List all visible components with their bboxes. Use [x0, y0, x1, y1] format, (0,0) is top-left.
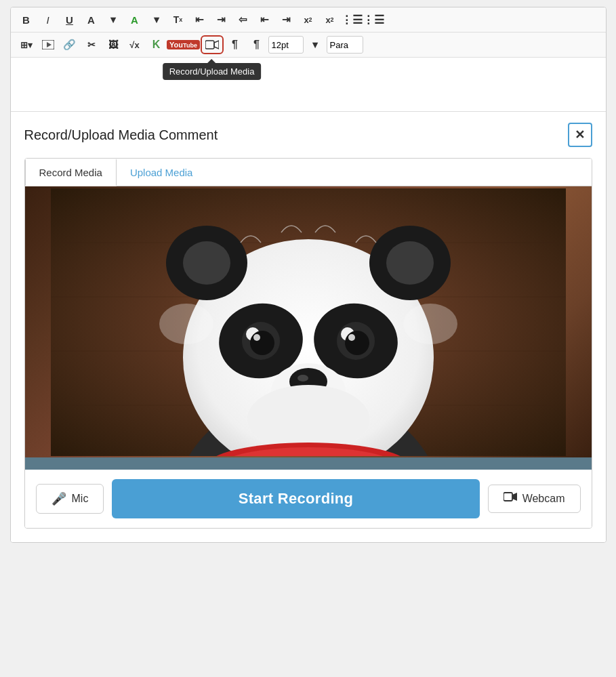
- formula-button[interactable]: √x: [125, 35, 145, 54]
- youtube-button[interactable]: YouTube: [168, 35, 199, 54]
- editor-container: B I U A ▾ A ▾ Tx ⇤ ⇥ ⇦ ⇤ ⇥ x2 x2 ⋮☰ ⋮☰ ⊞…: [10, 7, 607, 543]
- font-highlight-button[interactable]: A: [125, 10, 145, 29]
- font-color-dropdown[interactable]: ▾: [103, 10, 123, 29]
- media-embed-button[interactable]: [38, 35, 58, 54]
- unlink-button[interactable]: ✂: [81, 35, 102, 54]
- svg-point-34: [159, 304, 213, 344]
- indent-less-button[interactable]: ⇤: [255, 10, 275, 29]
- svg-point-21: [250, 331, 274, 355]
- svg-point-13: [183, 241, 230, 285]
- link-button[interactable]: 🔗: [60, 35, 80, 54]
- start-recording-button[interactable]: Start Recording: [112, 479, 479, 518]
- unordered-list-button[interactable]: ⋮☰: [342, 10, 362, 29]
- dialog-header: Record/Upload Media Comment ✕: [24, 123, 592, 147]
- toolbar-row-2: ⊞▾ 🔗 ✂ 🖼 √x K YouTube Record/Upload Medi…: [11, 33, 606, 58]
- svg-marker-37: [512, 493, 517, 501]
- font-size-dropdown[interactable]: ▾: [305, 35, 325, 54]
- svg-marker-1: [47, 42, 52, 47]
- text-direction-button[interactable]: ¶: [247, 35, 267, 54]
- subscript-button[interactable]: x2: [320, 10, 340, 29]
- svg-point-35: [403, 304, 457, 344]
- toolbar-row-1: B I U A ▾ A ▾ Tx ⇤ ⇥ ⇦ ⇤ ⇥ x2 x2 ⋮☰ ⋮☰: [11, 7, 606, 33]
- camera-preview: [25, 186, 592, 457]
- paragraph-mark-button[interactable]: ¶: [225, 35, 245, 54]
- font-highlight-dropdown[interactable]: ▾: [146, 10, 167, 29]
- dialog-title: Record/Upload Media Comment: [24, 127, 218, 143]
- svg-point-27: [297, 375, 308, 382]
- close-button[interactable]: ✕: [568, 123, 592, 147]
- video-record-button[interactable]: [201, 35, 224, 54]
- table-button[interactable]: ⊞▾: [16, 35, 37, 54]
- svg-point-22: [345, 331, 369, 355]
- svg-rect-2: [205, 41, 214, 49]
- superscript-button[interactable]: x2: [298, 10, 319, 29]
- mic-icon: 🎤: [52, 491, 66, 506]
- webcam-icon: [504, 492, 517, 506]
- mic-button[interactable]: 🎤 Mic: [36, 484, 104, 514]
- webcam-button[interactable]: Webcam: [488, 485, 581, 513]
- align-left-button[interactable]: ⇤: [190, 10, 210, 29]
- align-right-button[interactable]: ⇦: [233, 10, 253, 29]
- controls-row: 🎤 Mic Start Recording Webcam: [25, 470, 592, 528]
- ordered-list-button[interactable]: ⋮☰: [363, 10, 384, 29]
- tabs-header: Record Media Upload Media: [25, 159, 592, 186]
- tab-content-record: 🎤 Mic Start Recording Webcam: [25, 186, 592, 528]
- tabs-container: Record Media Upload Media: [24, 158, 592, 529]
- font-size-input[interactable]: [268, 36, 304, 54]
- svg-marker-3: [214, 41, 219, 49]
- tab-record-media[interactable]: Record Media: [25, 159, 117, 186]
- bold-button[interactable]: B: [16, 10, 37, 29]
- clear-format-button[interactable]: Tx: [168, 10, 188, 29]
- align-center-button[interactable]: ⇥: [211, 10, 232, 29]
- svg-point-23: [253, 334, 260, 341]
- video-record-tooltip-container: Record/Upload Media: [201, 35, 224, 54]
- image-button[interactable]: 🖼: [103, 35, 123, 54]
- webcam-label: Webcam: [522, 493, 565, 505]
- italic-button[interactable]: I: [38, 10, 58, 29]
- paragraph-style-input[interactable]: [327, 36, 363, 54]
- svg-point-24: [348, 334, 355, 341]
- underline-button[interactable]: U: [60, 10, 80, 29]
- tab-upload-media[interactable]: Upload Media: [117, 159, 207, 186]
- indent-more-button[interactable]: ⇥: [276, 10, 297, 29]
- special-k-button[interactable]: K: [146, 35, 167, 54]
- dialog-panel: Record/Upload Media Comment ✕ Record Med…: [11, 112, 606, 542]
- svg-rect-36: [504, 493, 512, 501]
- editor-content-area[interactable]: [11, 58, 606, 112]
- mic-label: Mic: [72, 493, 89, 505]
- font-color-button[interactable]: A: [81, 10, 102, 29]
- panda-image: [25, 186, 592, 457]
- svg-point-14: [386, 241, 434, 285]
- camera-bottom-bar: [25, 457, 592, 470]
